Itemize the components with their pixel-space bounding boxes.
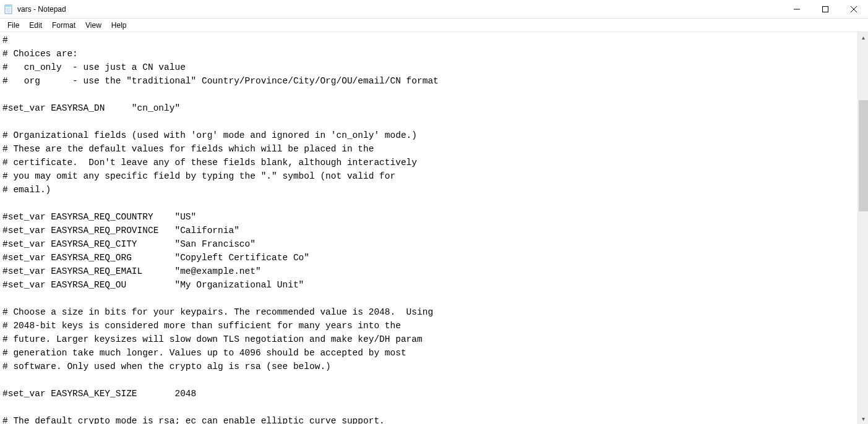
menu-edit[interactable]: Edit xyxy=(24,20,47,31)
svg-rect-7 xyxy=(823,6,828,12)
notepad-icon xyxy=(4,4,14,14)
menu-format[interactable]: Format xyxy=(47,20,80,31)
svg-rect-1 xyxy=(5,5,12,7)
menu-file[interactable]: File xyxy=(2,20,24,31)
window-title: vars - Notepad xyxy=(17,5,66,14)
menu-bar: File Edit Format View Help xyxy=(0,19,868,32)
editor-container: # # Choices are: # cn_only - use just a … xyxy=(0,32,868,424)
window-controls xyxy=(783,0,868,18)
scroll-up-icon[interactable]: ▴ xyxy=(858,32,868,43)
vertical-scrollbar[interactable]: ▴ ▾ xyxy=(857,32,868,424)
menu-view[interactable]: View xyxy=(80,20,106,31)
title-left: vars - Notepad xyxy=(0,4,66,14)
text-editor[interactable]: # # Choices are: # cn_only - use just a … xyxy=(0,32,857,424)
minimize-button[interactable] xyxy=(783,0,811,18)
close-icon xyxy=(851,6,857,12)
title-bar: vars - Notepad xyxy=(0,0,868,19)
scroll-thumb[interactable] xyxy=(859,100,868,211)
close-button[interactable] xyxy=(840,0,868,18)
menu-help[interactable]: Help xyxy=(106,20,132,31)
maximize-button[interactable] xyxy=(811,0,840,18)
minimize-icon xyxy=(794,6,800,12)
maximize-icon xyxy=(822,6,828,12)
scroll-down-icon[interactable]: ▾ xyxy=(858,413,868,424)
